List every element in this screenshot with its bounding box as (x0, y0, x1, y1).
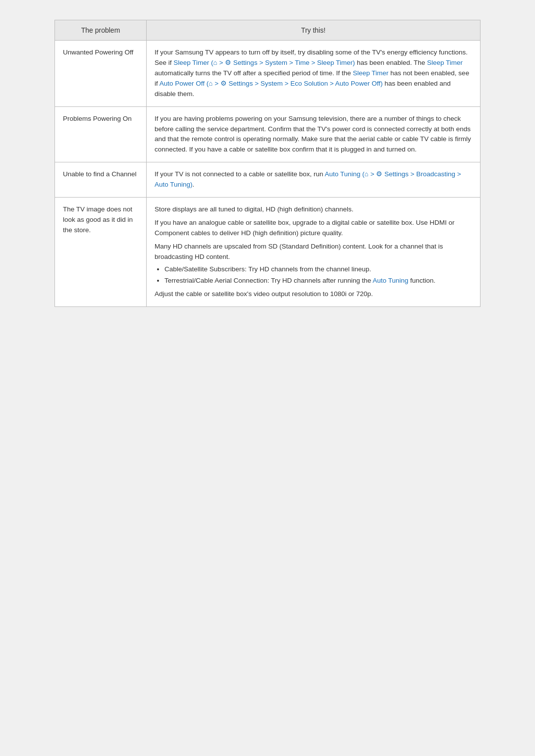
normal-text: function. (408, 277, 435, 284)
try-cell-3: Store displays are all tuned to digital,… (147, 198, 481, 306)
try-paragraph: If your Samsung TV appears to turn off b… (155, 48, 472, 100)
col-problem-header: The problem (55, 20, 147, 41)
normal-text: automatically turns the TV off after a s… (155, 69, 353, 77)
problem-cell-1: Problems Powering On (55, 106, 147, 162)
table-row: Problems Powering OnIf you are having pr… (55, 106, 481, 162)
list-item: Terrestrial/Cable Aerial Connection: Try… (164, 276, 472, 286)
highlight-text: Sleep Timer (353, 69, 388, 77)
highlight-text: Auto Power Off (⌂ > ⚙ Settings > System … (160, 80, 383, 87)
normal-text: Terrestrial/Cable Aerial Connection: Try… (164, 277, 373, 284)
table-row: Unwanted Powering OffIf your Samsung TV … (55, 41, 481, 107)
try-paragraph: Many HD channels are upscaled from SD (S… (155, 242, 472, 262)
normal-text: If you are having problems powering on y… (155, 115, 471, 153)
try-paragraph: If your TV is not connected to a cable o… (155, 169, 472, 190)
try-paragraph: Adjust the cable or satellite box's vide… (155, 289, 472, 300)
normal-text: If you have an analogue cable or satelli… (155, 219, 455, 237)
normal-text: has been enabled. The (355, 59, 427, 66)
try-paragraph: If you have an analogue cable or satelli… (155, 218, 472, 239)
try-cell-0: If your Samsung TV appears to turn off b… (147, 41, 481, 107)
normal-text: Store displays are all tuned to digital,… (155, 205, 353, 213)
normal-text: If your TV is not connected to a cable o… (155, 170, 324, 178)
try-paragraph: If you are having problems powering on y… (155, 114, 472, 155)
problem-cell-2: Unable to find a Channel (55, 162, 147, 198)
normal-text: Many HD channels are upscaled from SD (S… (155, 243, 443, 260)
table-row: The TV image does not look as good as it… (55, 198, 481, 306)
highlight-text: Sleep Timer (427, 59, 463, 66)
col-try-header: Try this! (147, 20, 481, 41)
try-cell-2: If your TV is not connected to a cable o… (147, 162, 481, 198)
list-item: Cable/Satellite Subscribers: Try HD chan… (164, 264, 472, 275)
problem-cell-0: Unwanted Powering Off (55, 41, 147, 107)
highlight-text: Auto Tuning (373, 277, 408, 284)
problem-cell-3: The TV image does not look as good as it… (55, 198, 147, 306)
page-container: The problem Try this! Unwanted Powering … (54, 20, 481, 307)
bullet-list: Cable/Satellite Subscribers: Try HD chan… (155, 264, 472, 286)
troubleshoot-table: The problem Try this! Unwanted Powering … (54, 20, 481, 307)
normal-text: Cable/Satellite Subscribers: Try HD chan… (164, 265, 371, 273)
normal-text: . (193, 181, 195, 188)
try-paragraph: Store displays are all tuned to digital,… (155, 204, 472, 215)
table-header-row: The problem Try this! (55, 20, 481, 41)
normal-text: Adjust the cable or satellite box's vide… (155, 290, 373, 298)
highlight-text: Sleep Timer (⌂ > ⚙ Settings > System > T… (173, 59, 355, 66)
try-cell-1: If you are having problems powering on y… (147, 106, 481, 162)
table-row: Unable to find a ChannelIf your TV is no… (55, 162, 481, 198)
